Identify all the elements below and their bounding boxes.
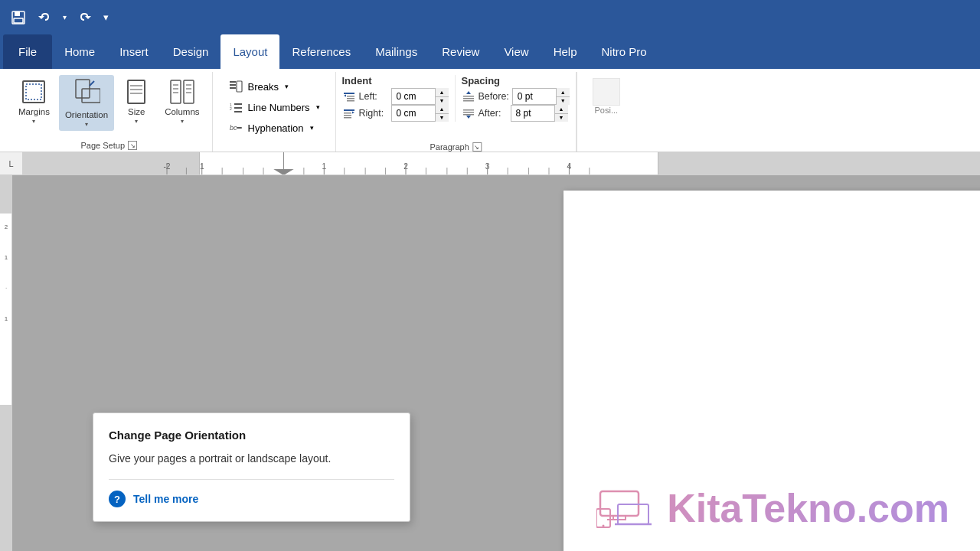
indent-right-spinners: ▲ ▼ [435,105,449,122]
main-area: 2 1 · 1 Change Page Orientation Give you… [0,175,980,551]
svg-rect-4 [26,84,41,99]
indent-left-up[interactable]: ▲ [435,88,449,97]
indent-right-up[interactable]: ▲ [435,105,449,114]
spacing-after-up[interactable]: ▲ [554,105,568,114]
line-numbers-button[interactable]: 1 2 Line Numbers ▾ [222,97,326,117]
size-arrow: ▾ [135,118,138,125]
redo-button[interactable] [71,7,96,28]
undo-button[interactable] [34,7,58,28]
svg-marker-48 [466,116,471,119]
position-button[interactable]: Posi... [586,75,626,118]
menu-bar: File Home Insert Design Layout Reference… [0,34,980,69]
size-button[interactable]: Size ▾ [117,75,155,128]
svg-marker-43 [466,91,471,94]
spacing-before-spinners: ▲ ▼ [556,88,570,105]
spacing-after-input-wrap: ▲ ▼ [511,105,568,122]
svg-text:2: 2 [5,223,8,230]
menu-item-nitropro[interactable]: Nitro Pro [590,34,659,69]
hyphenation-button[interactable]: bc Hyphenation ▾ [222,118,326,138]
vertical-ruler: 2 1 · 1 [0,175,12,551]
menu-item-layout[interactable]: Layout [220,34,279,69]
indent-left-down[interactable]: ▼ [435,97,449,106]
svg-rect-21 [230,87,236,89]
svg-text:1: 1 [5,315,8,322]
tooltip-link-text: Tell me more [133,493,198,505]
menu-item-file[interactable]: File [3,34,52,69]
breaks-icon [228,79,243,94]
menu-item-references[interactable]: References [279,34,363,69]
margins-icon [20,78,47,106]
save-button[interactable] [6,7,31,28]
page-setup-title: Page Setup ↘ [81,138,138,150]
menu-item-review[interactable]: Review [430,34,492,69]
svg-rect-89 [596,509,610,527]
svg-marker-57 [273,169,293,175]
svg-rect-26 [234,107,242,109]
svg-rect-32 [347,98,354,99]
hyphenation-icon: bc [228,120,243,135]
tooltip-body: Give your pages a portrait or landscape … [93,451,410,479]
svg-rect-7 [128,80,145,103]
breaks-arrow: ▾ [285,83,289,90]
indent-right-row: Right: ▲ ▼ [342,105,449,122]
svg-rect-87 [618,504,648,524]
svg-rect-22 [237,81,242,92]
spacing-after-down[interactable]: ▼ [554,114,568,122]
svg-rect-79 [0,214,12,405]
indent-right-down[interactable]: ▼ [435,114,449,122]
columns-icon [169,78,195,106]
ribbon-group-position: Posi... [577,72,635,152]
indent-title: Indent [342,75,449,86]
indent-left-row: Left: ▲ ▼ [342,88,449,105]
menu-item-insert[interactable]: Insert [107,34,161,69]
svg-rect-45 [463,109,474,111]
page-setup-expand[interactable]: ↘ [128,141,137,150]
size-label: Size [128,107,145,118]
breaks-section-spacer [273,138,275,150]
breaks-group-items: Breaks ▾ 1 2 Line Numbers ▾ [222,77,326,138]
svg-marker-39 [352,112,354,114]
undo-dropdown[interactable]: ▾ [61,10,68,24]
customize-button[interactable]: ▾ [99,8,113,26]
menu-item-help[interactable]: Help [541,34,590,69]
spacing-before-up[interactable]: ▲ [556,88,570,97]
svg-rect-38 [344,117,351,119]
margins-arrow: ▾ [32,118,35,125]
svg-rect-47 [463,114,474,116]
margins-button[interactable]: Margins ▾ [12,75,56,128]
ribbon-group-breaks: Breaks ▾ 1 2 Line Numbers ▾ [213,72,336,152]
orientation-button[interactable]: Orientation ▾ [59,75,114,131]
spacing-after-label: After: [479,108,508,119]
indent-right-label: Right: [359,108,388,119]
doc-area[interactable]: Change Page Orientation Give your pages … [12,175,980,551]
orientation-icon [73,78,100,109]
margins-label: Margins [18,107,50,118]
line-numbers-icon: 1 2 [228,99,243,115]
svg-rect-35 [344,109,354,111]
spacing-before-row: Before: ▲ ▼ [462,88,570,105]
ribbon-group-indent-spacing: Indent Left: ▲ ▼ [336,72,577,152]
spacing-title: Spacing [462,75,570,86]
breaks-button[interactable]: Breaks ▾ [222,77,326,96]
columns-button[interactable]: Columns ▾ [158,75,205,128]
paragraph-title: Paragraph ↘ [430,139,481,152]
tooltip-link[interactable]: ? Tell me more [93,480,410,521]
menu-item-design[interactable]: Design [161,34,221,69]
line-numbers-label: Line Numbers [248,102,310,113]
position-label: Posi... [595,106,619,115]
menu-item-home[interactable]: Home [52,34,107,69]
svg-rect-12 [184,80,194,103]
ribbon-group-page-setup: Margins ▾ Orientation ▾ [6,72,213,152]
spacing-before-down[interactable]: ▼ [556,97,570,106]
help-icon: ? [109,491,126,507]
menu-item-mailings[interactable]: Mailings [363,34,430,69]
page-setup-buttons: Margins ▾ Orientation ▾ [12,75,206,138]
breaks-label: Breaks [248,81,279,93]
indent-left-label: Left: [359,91,388,102]
ruler-corner[interactable]: L [0,152,23,175]
paragraph-expand[interactable]: ↘ [472,142,482,152]
svg-rect-19 [230,81,236,83]
menu-item-view[interactable]: View [492,34,541,69]
svg-rect-27 [234,111,242,112]
svg-rect-36 [344,112,351,114]
